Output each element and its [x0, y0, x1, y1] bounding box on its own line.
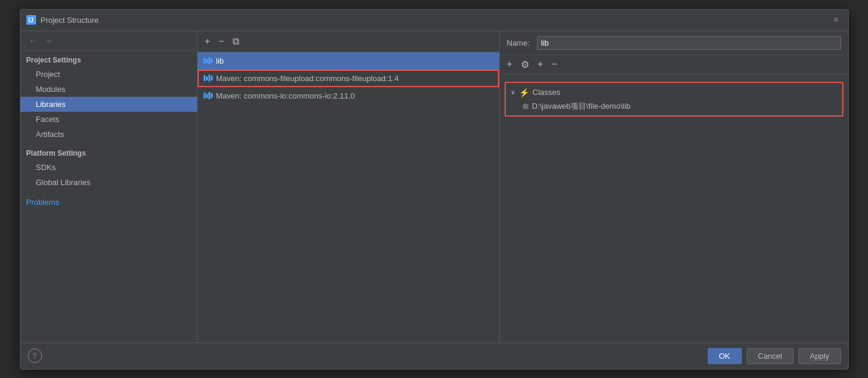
- name-row: Name:: [500, 31, 848, 55]
- dialog-body: ← → Project Settings Project Modules Lib…: [20, 31, 848, 343]
- dialog-footer: ? OK Cancel Apply: [20, 343, 848, 369]
- add-class-root-button[interactable]: +: [505, 58, 515, 71]
- sidebar-item-facets[interactable]: Facets: [20, 112, 197, 127]
- classes-path-row: ▦ D:\javaweb项目\file-demo\lib: [508, 100, 840, 113]
- right-panel: Name: + ⚙ + − ∨ ⚡ Classes ▦ D: [500, 31, 848, 343]
- center-toolbar: + − ⧉: [198, 31, 499, 52]
- close-button[interactable]: ×: [830, 14, 842, 26]
- classes-header: ∨ ⚡ Classes: [508, 85, 840, 100]
- sidebar-item-problems[interactable]: Problems: [20, 195, 197, 210]
- project-settings-label: Project Settings: [20, 51, 197, 67]
- classes-icon: ⚡: [519, 88, 529, 97]
- add-root-button[interactable]: +: [535, 58, 545, 71]
- sidebar-item-libraries[interactable]: Libraries: [20, 97, 197, 112]
- right-content: ∨ ⚡ Classes ▦ D:\javaweb项目\file-demo\lib: [500, 75, 848, 343]
- classes-label: Classes: [533, 88, 560, 97]
- folder-icon: ▦: [523, 102, 529, 110]
- classes-path: D:\javaweb项目\file-demo\lib: [532, 101, 631, 112]
- title-bar: IJ Project Structure ×: [20, 10, 848, 31]
- copy-library-button[interactable]: ⧉: [230, 35, 241, 48]
- cancel-button[interactable]: Cancel: [747, 348, 794, 364]
- classes-settings-button[interactable]: ⚙: [518, 58, 532, 72]
- name-label: Name:: [507, 38, 531, 47]
- name-input[interactable]: [537, 36, 841, 50]
- remove-library-button[interactable]: −: [216, 35, 226, 48]
- intellij-icon: IJ: [26, 15, 36, 25]
- sidebar-item-global-libraries[interactable]: Global Libraries: [20, 175, 197, 190]
- ok-button[interactable]: OK: [708, 348, 742, 364]
- dialog-title: Project Structure: [41, 16, 99, 25]
- help-button[interactable]: ?: [28, 349, 42, 363]
- library-list: lib Maven: commons-fileupload:commons-fi…: [198, 52, 499, 343]
- sidebar-item-modules[interactable]: Modules: [20, 82, 197, 97]
- sidebar: ← → Project Settings Project Modules Lib…: [20, 31, 198, 343]
- center-panel: + − ⧉ lib: [198, 31, 500, 343]
- sidebar-item-project[interactable]: Project: [20, 67, 197, 82]
- library-icon-lib: [204, 57, 213, 64]
- back-arrow[interactable]: ←: [26, 35, 40, 47]
- library-label-lib: lib: [216, 56, 224, 66]
- chevron-down-icon: ∨: [511, 88, 515, 96]
- library-label-maven-commonsio: Maven: commons-io:commons-io:2.11.0: [216, 91, 355, 100]
- library-label-maven-fileupload: Maven: commons-fileupload:commons-fileup…: [216, 74, 399, 83]
- classes-section: ∨ ⚡ Classes ▦ D:\javaweb项目\file-demo\lib: [505, 82, 843, 117]
- sidebar-item-artifacts[interactable]: Artifacts: [20, 127, 197, 142]
- forward-arrow[interactable]: →: [42, 35, 55, 47]
- footer-buttons: OK Cancel Apply: [708, 348, 841, 364]
- remove-class-root-button[interactable]: −: [549, 58, 559, 71]
- title-bar-left: IJ Project Structure: [26, 15, 99, 25]
- apply-button[interactable]: Apply: [798, 348, 841, 364]
- platform-settings-label: Platform Settings: [20, 142, 197, 160]
- library-item-maven-commonsio[interactable]: Maven: commons-io:commons-io:2.11.0: [198, 87, 499, 105]
- project-structure-dialog: IJ Project Structure × ← → Project Setti…: [20, 9, 849, 370]
- library-icon-maven-commonsio: [204, 92, 213, 99]
- library-icon-maven-fileupload: [204, 75, 213, 82]
- add-library-button[interactable]: +: [202, 35, 213, 48]
- library-item-lib[interactable]: lib: [198, 52, 499, 70]
- nav-arrows: ← →: [20, 31, 197, 51]
- sidebar-item-sdks[interactable]: SDKs: [20, 160, 197, 175]
- library-item-maven-fileupload[interactable]: Maven: commons-fileupload:commons-fileup…: [198, 70, 499, 87]
- right-toolbar: + ⚙ + −: [500, 55, 848, 75]
